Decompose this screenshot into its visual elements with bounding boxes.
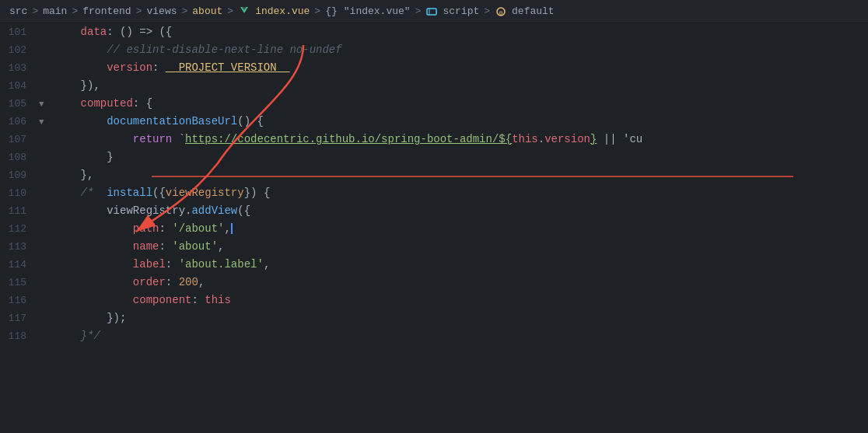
token: // eslint-disable-next-line no-undef xyxy=(107,44,341,56)
sep5: > xyxy=(227,5,233,17)
code-line-108: 108 } xyxy=(0,148,868,166)
code-line-114: 114 label: 'about.label', xyxy=(0,256,868,274)
token: , xyxy=(224,222,230,235)
breadcrumb-frontend[interactable]: frontend xyxy=(82,5,131,17)
token: 200 xyxy=(179,276,198,288)
code-content-117: }); xyxy=(51,309,868,326)
code-line-103: 103 version: __PROJECT_VERSION__ xyxy=(0,59,868,77)
token: viewRegistry xyxy=(107,204,185,217)
line-number-105: 105 xyxy=(0,96,39,113)
code-content-106: documentationBaseUrl() { xyxy=(51,113,868,130)
breadcrumb-views[interactable]: views xyxy=(146,5,177,17)
token: '/about' xyxy=(172,222,224,235)
sep8: > xyxy=(484,5,490,17)
vue-icon xyxy=(238,5,250,18)
token: }) { xyxy=(244,187,271,199)
token: data xyxy=(81,26,107,38)
code-line-105: 105▼ computed: { xyxy=(0,95,868,113)
line-number-116: 116 xyxy=(0,292,39,309)
token: , xyxy=(198,276,205,288)
sep2: > xyxy=(72,5,78,17)
line-number-115: 115 xyxy=(0,274,39,292)
token: . xyxy=(538,133,544,145)
code-line-102: 102 // eslint-disable-next-line no-undef xyxy=(0,41,868,59)
token: label xyxy=(133,258,166,271)
breadcrumb: src > main > frontend > views > about > … xyxy=(0,0,868,23)
sep7: > xyxy=(415,5,422,17)
code-line-118: 118 }*/ xyxy=(0,327,868,345)
code-line-101: 101 data: () => ({ xyxy=(0,23,868,41)
token: }*/ xyxy=(81,330,100,342)
token: https://codecentric.github.io/spring-boo… xyxy=(185,133,512,145)
line-number-111: 111 xyxy=(0,203,39,220)
code-line-104: 104 }), xyxy=(0,77,868,95)
breadcrumb-main[interactable]: main xyxy=(43,5,67,17)
line-number-112: 112 xyxy=(0,221,39,238)
breadcrumb-src[interactable]: src xyxy=(9,5,27,17)
token: }), xyxy=(81,79,100,92)
sep3: > xyxy=(136,5,142,17)
token: }, xyxy=(81,169,94,181)
line-number-113: 113 xyxy=(0,239,39,256)
code-line-109: 109 }, xyxy=(0,166,868,184)
svg-text:⚙: ⚙ xyxy=(499,9,503,16)
token: version xyxy=(544,133,590,145)
code-lines: 101 data: () => ({102 // eslint-disable-… xyxy=(0,23,868,345)
fold-arrow-106[interactable]: ▼ xyxy=(39,113,51,131)
code-line-112: 112 path: '/about', xyxy=(0,220,868,238)
line-number-117: 117 xyxy=(0,310,39,327)
token: ({ xyxy=(152,187,166,199)
token: path xyxy=(133,222,159,235)
token: order xyxy=(133,276,166,288)
line-number-104: 104 xyxy=(0,78,39,95)
token: addView xyxy=(191,204,237,217)
token: 'about' xyxy=(172,240,218,253)
code-content-103: version: __PROJECT_VERSION__ xyxy=(51,59,868,76)
code-content-101: data: () => ({ xyxy=(51,23,868,40)
line-number-103: 103 xyxy=(0,60,39,77)
code-content-115: order: 200, xyxy=(51,274,868,291)
token: : xyxy=(166,276,179,288)
breadcrumb-index-vue[interactable]: index.vue xyxy=(255,5,310,17)
token: ` xyxy=(172,133,185,145)
breadcrumb-script[interactable]: script xyxy=(443,5,479,17)
code-editor: 101 data: () => ({102 // eslint-disable-… xyxy=(0,23,868,433)
fold-arrow-105[interactable]: ▼ xyxy=(39,96,51,113)
token: : xyxy=(191,294,205,306)
line-number-110: 110 xyxy=(0,185,39,202)
code-content-112: path: '/about', xyxy=(51,220,868,237)
token: , xyxy=(218,240,224,253)
token: , xyxy=(264,258,270,271)
breadcrumb-braces: {} xyxy=(325,5,338,17)
line-number-102: 102 xyxy=(0,42,39,59)
code-line-107: 107 return `https://codecentric.github.i… xyxy=(0,131,868,148)
code-content-114: label: 'about.label', xyxy=(51,256,868,273)
token: : xyxy=(159,222,172,235)
code-line-111: 111 viewRegistry.addView({ xyxy=(0,202,868,220)
token: this xyxy=(205,294,231,306)
token: /* xyxy=(81,187,107,199)
token: return xyxy=(133,133,172,145)
code-content-109: }, xyxy=(51,166,868,183)
text-cursor xyxy=(231,223,233,234)
token: } xyxy=(107,151,113,163)
breadcrumb-default[interactable]: default xyxy=(512,5,555,17)
code-line-106: 106▼ documentationBaseUrl() { xyxy=(0,113,868,131)
token: name xyxy=(133,240,159,253)
token: install xyxy=(107,187,152,199)
line-number-101: 101 xyxy=(0,24,39,41)
code-content-105: computed: { xyxy=(51,95,868,112)
token: }); xyxy=(107,312,126,324)
token: this xyxy=(512,133,538,145)
code-line-113: 113 name: 'about', xyxy=(0,238,868,256)
breadcrumb-about[interactable]: about xyxy=(192,5,222,17)
breadcrumb-quoted-index: "index.vue" xyxy=(344,5,411,17)
component-icon xyxy=(425,5,438,18)
code-line-115: 115 order: 200, xyxy=(0,274,868,292)
code-content-104: }), xyxy=(51,77,868,94)
code-content-110: /* install({viewRegistry}) { xyxy=(51,184,868,201)
token: __PROJECT_VERSION__ xyxy=(166,61,290,74)
token: : xyxy=(166,258,179,271)
token: computed xyxy=(81,97,133,110)
token: component xyxy=(133,294,192,306)
